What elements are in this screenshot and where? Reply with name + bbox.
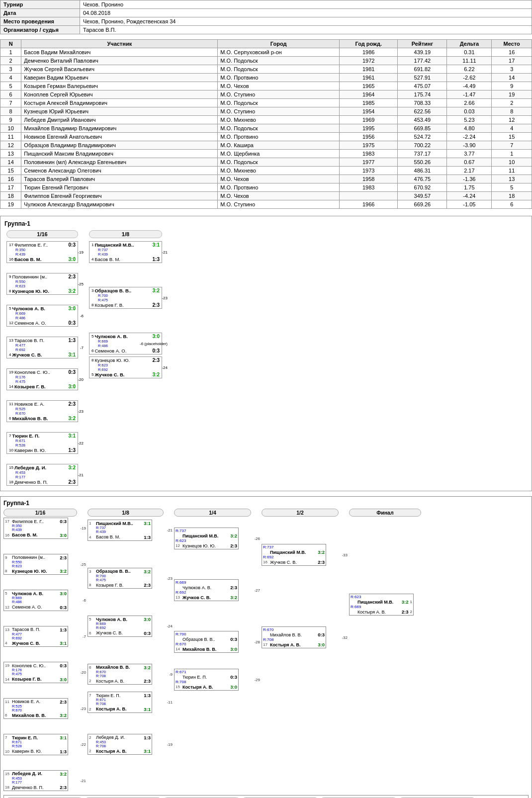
cell-place: 13 bbox=[492, 175, 532, 183]
table-row: 4 Каверин Вадим Юрьевич М.О. Протвино 19… bbox=[0, 74, 532, 82]
cell-delta: 11.11 bbox=[447, 57, 492, 65]
cell-place: 6 bbox=[492, 200, 532, 209]
match-116-6: 11 Новиков Е. А. 2:3 R:525 R:670 6 Михай… bbox=[6, 400, 78, 422]
cell-name: Тюрин Евгений Петрович bbox=[21, 183, 218, 192]
cell-n: 19 bbox=[0, 200, 21, 209]
table-row: 19 Чулюков Александр Владимирович М.О. С… bbox=[0, 200, 532, 209]
cell-delta: 1.75 bbox=[447, 183, 492, 192]
cell-name: Филиппов Евгений Георгиевич bbox=[21, 192, 218, 200]
col-name: Участник bbox=[21, 40, 218, 48]
cell-name: Каверин Вадим Юрьевич bbox=[21, 74, 218, 82]
match-m8: 15Лебедев Д. И.3:2 R:453 R:177 18Демченк… bbox=[3, 770, 68, 792]
col-city: Город bbox=[218, 40, 340, 48]
cell-delta: -4.24 bbox=[447, 192, 492, 200]
rnd-hdr-12: 1/2 bbox=[262, 509, 339, 517]
table-row: 10 Михайлов Владимир Владимирович М.О. П… bbox=[0, 124, 532, 133]
match-m4: 13Тарасов В. П.1:3 R:477 R:692 4Жучков С… bbox=[3, 626, 68, 647]
table-row: 8 Кузнецов Юрий Юрьевич М.О. Ступино 195… bbox=[0, 107, 532, 116]
match-18-mk: 6Михайлов В. В.3:2 R:670 R:708 2Костыря … bbox=[88, 664, 152, 685]
participants-table: N Участник Город Год рожд. Рейтинг Дельт… bbox=[0, 39, 532, 209]
cell-year: 1958 bbox=[340, 175, 398, 183]
match-18-ok: 3Образцов В. В..3:2 R:700 R:475 8Козырев… bbox=[88, 568, 152, 589]
match-18-lk: 2Лебедев Д. И.1:3 R:453 R:708 2Костыря А… bbox=[88, 734, 152, 755]
table-row: 11 Новиков Евгений Анатольевич М.О. Прот… bbox=[0, 133, 532, 141]
match-18-2: 3 Образцов В. В.. 3:2 R:700 R:475 8 Козы… bbox=[89, 287, 162, 309]
cell-year: 1964 bbox=[340, 90, 398, 99]
table-row: 17 Тюрин Евгений Петрович М.О. Протвино … bbox=[0, 183, 532, 192]
cell-place: 14 bbox=[492, 74, 532, 82]
cell-rating: 708.33 bbox=[398, 99, 447, 107]
cell-year: 1995 bbox=[340, 124, 398, 133]
cell-name: Басов Вадим Михайлович bbox=[21, 48, 218, 57]
cell-year: 1985 bbox=[340, 99, 398, 107]
match-18-pb: 1Пищанский М.В..3:1 R:737 R:439 4 Басов … bbox=[88, 520, 152, 541]
match-m6: 11Новиков Е. А.2:3 R:525 R:670 6Михайлов… bbox=[3, 698, 68, 719]
cell-place: 3 bbox=[492, 65, 532, 74]
cell-place: 5 bbox=[492, 183, 532, 192]
cell-delta: 2.66 bbox=[447, 99, 492, 107]
cell-year: 1961 bbox=[340, 74, 398, 82]
cell-year: 1956 bbox=[340, 133, 398, 141]
cell-city: М.О. Подольск bbox=[218, 158, 340, 167]
match-m3: 5Чулюков А. В.3:0 R:669 R:486 12Семенов … bbox=[3, 590, 68, 611]
cell-year: 1981 bbox=[340, 65, 398, 74]
cell-city: М.О. Серпуховский р-он bbox=[218, 48, 340, 57]
place-value: Чехов, Пронино, Рождественская 34 bbox=[80, 17, 532, 26]
cell-city: М.О. Подольск bbox=[218, 99, 340, 107]
cell-name: Михайлов Владимир Владимирович bbox=[21, 124, 218, 133]
cell-delta: -1.05 bbox=[447, 200, 492, 209]
cell-city: М.О. Кашира bbox=[218, 141, 340, 150]
title-value: Чехов. Пронино bbox=[80, 0, 532, 9]
match-m7: 7Тюрин Е. П.3:1 R:671 R:528 10Каверин В.… bbox=[3, 734, 68, 755]
cell-delta: -1.36 bbox=[447, 175, 492, 183]
cell-n: 5 bbox=[0, 82, 21, 90]
cell-year: 1977 bbox=[340, 158, 398, 167]
rnd-hdr-14: 1/4 bbox=[174, 509, 251, 517]
match-12-pzh: R:737 Пищанский М.В.3:2 R:692 16Жучков С… bbox=[262, 544, 326, 566]
date-value: 04.08.2018 bbox=[80, 9, 532, 17]
match-14-pk: R:737 Пищанский М.В.3:2 R:623 12Кузнецов… bbox=[174, 528, 239, 549]
cell-name: Тарасов Валерий Павлович bbox=[21, 175, 218, 183]
cell-name: Кузнецов Юрий Юрьевич bbox=[21, 107, 218, 116]
cell-name: Лебедев Дмитрий Иванович bbox=[21, 116, 218, 124]
bracket-section: Группа-1 1/16 17Филиппов Е. Г..0:3 R:350… bbox=[0, 496, 532, 798]
cell-n: 8 bbox=[0, 107, 21, 116]
cell-n: 10 bbox=[0, 124, 21, 133]
cell-name: Жучков Сергей Васильевич bbox=[21, 65, 218, 74]
cell-city: М.О. Ступино bbox=[218, 107, 340, 116]
table-row: 1 Басов Вадим Михайлович М.О. Серпуховск… bbox=[0, 48, 532, 57]
cell-year: 1983 bbox=[340, 183, 398, 192]
round-header-18: 1/8 bbox=[89, 230, 162, 238]
cell-year: 1975 bbox=[340, 141, 398, 150]
cell-rating: 439.19 bbox=[398, 48, 447, 57]
cell-city: М.О. Подольск bbox=[218, 124, 340, 133]
cell-delta: 5.23 bbox=[447, 116, 492, 124]
cell-rating: 550.26 bbox=[398, 158, 447, 167]
cell-rating: 669.85 bbox=[398, 124, 447, 133]
cell-city: М.О. Протвино bbox=[218, 74, 340, 82]
cell-delta: 0.31 bbox=[447, 48, 492, 57]
cell-city: М.О. Михнево bbox=[218, 116, 340, 124]
cell-city: М.О. Чехов bbox=[218, 175, 340, 183]
col-place: Место bbox=[492, 40, 532, 48]
cell-name: Козырев Герман Валерьевич bbox=[21, 82, 218, 90]
cell-place: 9 bbox=[492, 82, 532, 90]
group-title: Группа-1 bbox=[3, 500, 529, 507]
cell-city: М.О. Михнево bbox=[218, 167, 340, 175]
cell-place: 10 bbox=[492, 158, 532, 167]
cell-delta: 2.17 bbox=[447, 167, 492, 175]
cell-rating: 700.22 bbox=[398, 141, 447, 150]
match-m2: 9Половинкин (м..2:3 R:550 R:623 8Кузнецо… bbox=[3, 554, 68, 575]
match-18-4: 8 Кузнецов Ю. Ю. 2:3 R:623 R:692 5 Жучко… bbox=[89, 356, 162, 378]
match-116-4: 13 Тарасов В. П. 1:3 R:477 R:692 4 Жучко… bbox=[6, 337, 78, 358]
cell-name: Пищанский Максим Владимирович bbox=[21, 150, 218, 158]
match-116-8: 15 Лебедев Д. И. 3:2 R:453 R:177 18 Демч… bbox=[6, 464, 78, 486]
rnd-hdr-18: 1/8 bbox=[88, 509, 164, 517]
col-year: Год рожд. bbox=[340, 40, 398, 48]
col-14: 1/4 R:737 Пищанский М.В.3:2 R:623 12Кузн… bbox=[174, 509, 251, 692]
cell-city: М.О. Чехов bbox=[218, 82, 340, 90]
cell-place: 12 bbox=[492, 116, 532, 124]
cell-name: Демченко Виталий Павлович bbox=[21, 57, 218, 65]
round-header-116: 1/16 bbox=[6, 230, 78, 238]
match-116-2: 9 Половинкин (м.. 2:3 R:550 R:623 8 Кузн… bbox=[6, 273, 78, 295]
